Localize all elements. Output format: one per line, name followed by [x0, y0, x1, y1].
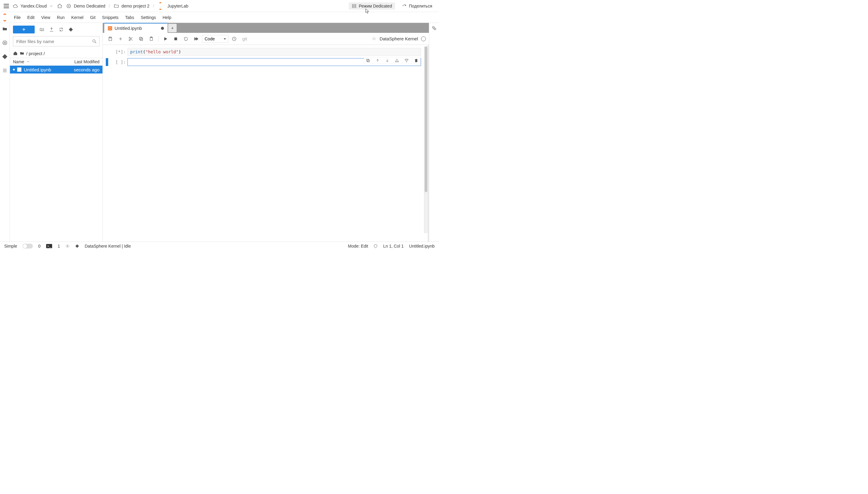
crumb-project[interactable]: demo project 2: [114, 3, 149, 9]
file-name: Untitled.ipynb: [24, 67, 71, 72]
activity-toc[interactable]: [0, 67, 10, 74]
kernels-count[interactable]: 1: [58, 244, 60, 248]
svg-line-10: [95, 42, 96, 43]
svg-rect-11: [109, 37, 111, 38]
file-row[interactable]: Untitled.ipynb seconds ago: [10, 66, 103, 74]
code-cell[interactable]: [*]: print("hello world"): [106, 48, 421, 56]
status-cursor-pos[interactable]: Ln 1, Col 1: [383, 244, 404, 248]
home-icon[interactable]: [57, 3, 62, 9]
refresh-icon[interactable]: [59, 27, 63, 32]
breadcrumb-path[interactable]: / project /: [10, 49, 103, 58]
crumb-dedicated[interactable]: Demo Dedicated: [66, 3, 105, 9]
copy-button[interactable]: [136, 35, 146, 43]
cut-button[interactable]: [126, 35, 135, 43]
play-icon: [163, 36, 168, 41]
menu-git[interactable]: Git: [87, 13, 98, 22]
dedicated-mode-button[interactable]: Режим Dedicated: [349, 2, 395, 10]
filelist-header[interactable]: Name Last Modified: [10, 58, 103, 66]
cell-type-select[interactable]: Code: [202, 35, 228, 43]
crumb-label: demo project 2: [122, 4, 149, 8]
col-name: Name: [13, 59, 24, 64]
new-folder-icon[interactable]: [39, 27, 44, 32]
menu-snippets[interactable]: Snippets: [99, 13, 122, 22]
menu-view[interactable]: View: [38, 13, 53, 22]
list-icon: [2, 68, 7, 73]
search-icon[interactable]: [92, 39, 97, 44]
right-activity-bar: [429, 23, 439, 242]
status-kernel[interactable]: DataSphere Kernel | Idle: [85, 244, 131, 248]
svg-point-33: [434, 28, 436, 30]
save-button[interactable]: [106, 35, 115, 43]
svg-rect-5: [4, 42, 6, 44]
metadata-button[interactable]: [230, 35, 239, 43]
simple-toggle[interactable]: [23, 244, 33, 248]
cell-insertabove-button[interactable]: [394, 58, 400, 63]
upload-icon[interactable]: [49, 27, 54, 32]
terminals-count[interactable]: 0: [38, 244, 41, 248]
kernel-name: DataSphere Kernel: [380, 36, 418, 41]
menu-run[interactable]: Run: [54, 13, 68, 22]
notebook-toolbar: Code git DataSphere Kernel: [103, 33, 429, 45]
menu-settings[interactable]: Settings: [138, 13, 159, 22]
svg-point-24: [373, 38, 375, 40]
status-filename[interactable]: Untitled.ipynb: [409, 244, 435, 248]
stop-icon: [173, 36, 178, 41]
trusted-icon[interactable]: [373, 244, 377, 248]
vertical-scrollbar[interactable]: [424, 46, 428, 233]
interrupt-button[interactable]: [171, 35, 180, 43]
activity-running[interactable]: [0, 39, 10, 46]
git-icon[interactable]: [75, 244, 79, 248]
crumb-jupyter[interactable]: JupyterLab: [158, 4, 188, 8]
cell-duplicate-button[interactable]: [365, 58, 371, 63]
tab-notebook[interactable]: Untitled.ipynb: [104, 23, 168, 33]
paste-button[interactable]: [147, 35, 156, 43]
share-button[interactable]: Поделиться: [399, 2, 435, 10]
kernel-status-icon: [421, 36, 426, 41]
file-browser: + / project / Name Last Modified Untitl: [10, 23, 103, 242]
cloud-icon: [13, 3, 18, 9]
svg-point-34: [67, 246, 68, 247]
gear-icon[interactable]: [66, 244, 70, 248]
menu-help[interactable]: Help: [160, 13, 174, 22]
run-all-button[interactable]: [192, 35, 201, 43]
scroll-thumb[interactable]: [425, 46, 427, 192]
chevron-down-icon: [49, 4, 53, 8]
menu-kernel[interactable]: Kernel: [68, 13, 86, 22]
new-launcher-button[interactable]: +: [13, 25, 35, 34]
hamburger-menu-icon[interactable]: [4, 4, 9, 8]
property-inspector[interactable]: [431, 25, 437, 32]
folder-icon: [114, 3, 119, 9]
cell-editor[interactable]: print("hello world"): [128, 48, 421, 56]
git-clone-icon[interactable]: [69, 27, 73, 32]
breadcrumb-separator: /: [153, 4, 154, 8]
notebook-cells[interactable]: [*]: print("hello world") [ ]:: [103, 45, 428, 242]
menu-file[interactable]: File: [11, 13, 24, 22]
cell-moveup-button[interactable]: [375, 58, 380, 63]
kernel-indicator[interactable]: DataSphere Kernel: [372, 36, 426, 41]
svg-point-4: [3, 41, 7, 45]
file-filter-input[interactable]: [16, 39, 89, 44]
restart-button[interactable]: [181, 35, 190, 43]
menu-tabs[interactable]: Tabs: [122, 13, 137, 22]
cell-insertbelow-button[interactable]: [404, 58, 409, 63]
menu-edit[interactable]: Edit: [24, 13, 38, 22]
status-mode[interactable]: Mode: Edit: [348, 244, 368, 248]
jupyter-menubar: File Edit View Run Kernel Git Snippets T…: [0, 12, 439, 23]
code-cell-active[interactable]: [ ]:: [106, 58, 421, 66]
cell-prompt: [*]:: [109, 48, 128, 56]
breadcrumb-separator: /: [109, 4, 110, 8]
insert-above-icon: [395, 58, 399, 63]
activity-git[interactable]: [0, 53, 10, 60]
cell-movedown-button[interactable]: [385, 58, 390, 63]
svg-rect-3: [352, 6, 356, 7]
svg-point-32: [432, 26, 434, 28]
insert-cell-button[interactable]: [116, 35, 125, 43]
new-tab-button[interactable]: +: [168, 24, 177, 32]
run-button[interactable]: [161, 35, 170, 43]
activity-files[interactable]: [0, 25, 10, 33]
cloud-selector[interactable]: Yandex.Cloud: [13, 3, 53, 9]
folder-icon: [20, 51, 24, 56]
cell-delete-button[interactable]: [413, 58, 419, 63]
mode-label: Режим Dedicated: [359, 4, 392, 8]
notebook-workarea: Untitled.ipynb + Code git DataSphere Ker…: [103, 23, 429, 242]
